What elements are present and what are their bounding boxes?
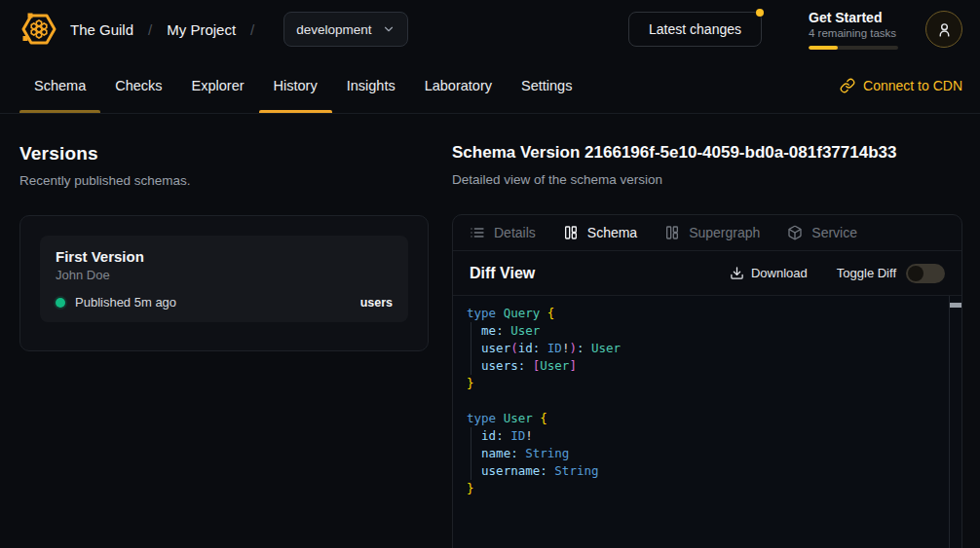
toggle-knob [908, 266, 923, 281]
schema-version-subtitle: Detailed view of the schema version [452, 172, 962, 187]
list-icon [470, 225, 485, 240]
tab-underline [259, 110, 332, 113]
tab-label: Settings [521, 78, 572, 93]
version-author: John Doe [56, 268, 393, 282]
breadcrumb-separator: / [148, 21, 152, 38]
tab-label: Schema [34, 78, 86, 93]
progress-fill [809, 46, 838, 50]
breadcrumb-separator: / [250, 21, 254, 38]
app-header: The Guild / My Project / development Lat… [0, 0, 980, 58]
org-name[interactable]: The Guild [70, 21, 133, 38]
version-name: First Version [56, 248, 393, 265]
toggle-diff-label: Toggle Diff [837, 266, 896, 280]
detail-tab-service[interactable]: Service [787, 225, 857, 240]
notification-dot [756, 9, 764, 17]
tab-settings[interactable]: Settings [507, 58, 586, 113]
diff-view-toolbar: Diff View Download Toggle Diff [453, 251, 961, 296]
main-content: Versions Recently published schemas. Fir… [0, 114, 980, 548]
version-list-item[interactable]: First Version John Doe Published 5m ago … [40, 236, 408, 322]
download-label: Download [751, 266, 808, 280]
download-button[interactable]: Download [730, 266, 808, 280]
get-started-subtitle: 4 remaining tasks [809, 27, 898, 39]
detail-tab-details[interactable]: Details [470, 225, 536, 240]
schema-code-viewer[interactable]: type Query { me: User user(id: ID!): Use… [453, 296, 961, 548]
detail-tab-label: Details [494, 225, 536, 240]
diff-actions: Download Toggle Diff [730, 264, 945, 283]
versions-column: Versions Recently published schemas. Fir… [19, 143, 429, 548]
detail-tab-schema[interactable]: Schema [563, 225, 637, 240]
code-block: type Query { me: User user(id: ID!): Use… [453, 296, 961, 506]
tab-underline [19, 110, 100, 113]
download-icon [730, 266, 744, 280]
detail-tab-supergraph[interactable]: Supergraph [664, 225, 760, 240]
target-selector-value: development [296, 22, 371, 37]
diff-view-title: Diff View [470, 265, 535, 282]
scrollbar-thumb[interactable] [950, 303, 961, 308]
tab-insights[interactable]: Insights [332, 58, 410, 113]
chevron-down-icon [382, 22, 396, 36]
target-nav: Schema Checks Explorer History Insights … [0, 58, 980, 114]
toggle-diff-control: Toggle Diff [837, 264, 945, 283]
toggle-diff-switch[interactable] [906, 264, 945, 283]
tab-label: Explorer [192, 78, 245, 93]
tab-label: Checks [115, 78, 162, 93]
latest-changes-label: Latest changes [649, 21, 741, 37]
service-name-badge: users [360, 296, 393, 310]
versions-panel: First Version John Doe Published 5m ago … [19, 215, 429, 351]
version-status: Published 5m ago [75, 295, 176, 310]
published-status-dot [56, 298, 65, 308]
version-detail-column: Schema Version 2166196f-5e10-4059-bd0a-0… [452, 143, 962, 548]
get-started-widget[interactable]: Get Started 4 remaining tasks [809, 10, 898, 50]
project-name[interactable]: My Project [167, 21, 236, 38]
tab-checks[interactable]: Checks [100, 58, 176, 113]
tab-explorer[interactable]: Explorer [177, 58, 259, 113]
link-icon [840, 78, 855, 93]
schema-version-title: Schema Version 2166196f-5e10-4059-bd0a-0… [452, 143, 962, 163]
box-icon [787, 225, 803, 240]
connect-to-cdn-link[interactable]: Connect to CDN [840, 58, 962, 113]
columns-icon [664, 225, 680, 240]
tab-label: History [274, 78, 318, 93]
tab-laboratory[interactable]: Laboratory [410, 58, 507, 113]
detail-tab-label: Supergraph [689, 225, 760, 240]
columns-icon [563, 225, 579, 240]
tab-history[interactable]: History [259, 58, 332, 113]
get-started-title: Get Started [809, 10, 898, 25]
code-scrollbar[interactable] [949, 296, 961, 548]
tab-schema[interactable]: Schema [19, 58, 100, 113]
latest-changes-button[interactable]: Latest changes [628, 12, 762, 47]
user-avatar[interactable] [925, 11, 962, 48]
get-started-progress [809, 46, 898, 50]
versions-subtitle: Recently published schemas. [19, 173, 429, 188]
detail-tabs: Details Schema Supergraph [453, 215, 961, 251]
indent-guide [471, 427, 471, 480]
target-selector[interactable]: development [283, 12, 407, 47]
detail-tab-label: Schema [587, 225, 637, 240]
version-meta: Published 5m ago users [56, 295, 393, 310]
guild-logo-icon[interactable] [19, 10, 58, 49]
versions-title: Versions [19, 143, 429, 164]
connect-to-cdn-label: Connect to CDN [863, 78, 962, 93]
user-icon [936, 21, 953, 38]
indent-guide [471, 322, 471, 375]
detail-tab-label: Service [811, 225, 857, 240]
tab-label: Laboratory [425, 78, 492, 93]
version-detail-panel: Details Schema Supergraph [452, 214, 962, 548]
tab-label: Insights [347, 78, 396, 93]
